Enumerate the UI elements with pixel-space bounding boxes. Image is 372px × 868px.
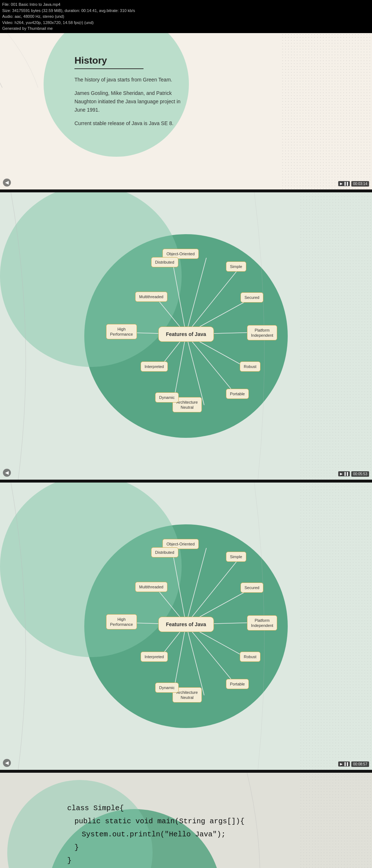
code-line5: } [67,854,372,867]
playback-bar-1: ▶ ▐▐ 00:03:14 [338,181,369,187]
back-button-3[interactable]: ◀ [3,759,11,767]
history-text1: The history of java starts from Green Te… [74,76,189,84]
node-interpreted-1: Interpreted [141,361,168,372]
node-multithreaded-2: Multithreaded [135,582,167,592]
node-simple-2: Simple [226,552,246,562]
svg-line-0 [186,258,206,334]
back-button-1[interactable]: ◀ [3,179,11,187]
playback-bar-3: ▶ ▐▐ 00:08:57 [338,761,369,767]
diagram-2: Features of Java Object-Oriented Simple … [84,523,288,726]
back-button-2[interactable]: ◀ [3,469,11,477]
dotted-2 [299,483,372,770]
dotted-1 [299,192,372,480]
node-dynamic-2: Dynamic [155,683,179,693]
diagram-center-label-2: Features of Java [158,617,214,632]
code-line1: class Simple{ [67,802,372,815]
history-title: History [74,55,189,66]
slide-features-2: Features of Java Object-Oriented Simple … [0,483,372,770]
separator-3 [0,770,372,773]
node-high-perf-1: HighPerformance [106,324,137,340]
svg-line-18 [186,624,204,695]
code-content: class Simple{ public static void main(St… [0,773,372,867]
svg-line-17 [186,624,237,686]
code-line4: } [67,841,372,854]
svg-line-23 [173,556,186,624]
slide-features-1: Features of Java Object-Oriented Simple … [0,192,372,480]
code-line2: public static void main(String args[]){ [67,815,372,828]
diagram-center-label-1: Features of Java [158,327,214,342]
play-pause-button-1[interactable]: ▶ ▐▐ [338,181,350,186]
info-line3: Audio: aac, 48000 Hz, stereo (und) [2,13,370,20]
timestamp-3: 00:08:57 [351,761,369,767]
node-multithreaded-1: Multithreaded [135,292,167,302]
node-distributed-2: Distributed [151,547,178,557]
slide-history: History The history of java starts from … [0,33,372,189]
play-pause-button-3[interactable]: ▶ ▐▐ [338,761,350,767]
node-simple-1: Simple [226,261,246,272]
node-robust-2: Robust [240,652,260,662]
history-text2: James Gosling, Mike Sheridan, and Patric… [74,89,189,114]
info-line4: Video: h264, yuv420p, 1280x720, 14.58 fp… [2,20,370,26]
timestamp-2: 00:05:53 [351,471,369,477]
slide-code: class Simple{ public static void main(St… [0,773,372,868]
playback-bar-2: ▶ ▐▐ 00:05:53 [338,471,369,477]
timestamp-1: 00:03:14 [351,181,369,187]
svg-line-11 [173,266,186,334]
svg-line-6 [186,334,204,405]
dotted-texture [281,33,372,189]
node-portable-2: Portable [226,679,249,689]
svg-line-12 [186,548,206,624]
node-platform-2: PlatformIndependent [247,615,277,631]
info-line2: Size: 34175591 bytes (32.59 MiB), durati… [2,8,370,14]
node-high-perf-2: HighPerformance [106,614,137,630]
node-distributed-1: Distributed [151,257,178,267]
node-dynamic-1: Dynamic [155,392,179,403]
history-text3: Current stable release of Java is Java S… [74,119,189,128]
separator-1 [0,189,372,192]
history-content: History The history of java starts from … [0,33,189,128]
svg-line-1 [186,269,239,334]
separator-2 [0,480,372,483]
history-underline [74,68,143,69]
svg-line-5 [186,334,237,396]
node-secured-1: Secured [240,292,263,303]
node-robust-1: Robust [240,361,260,372]
node-interpreted-2: Interpreted [141,652,168,662]
node-platform-1: PlatformIndependent [247,325,277,341]
play-pause-button-2[interactable]: ▶ ▐▐ [338,471,350,476]
info-line5: Generated by Thumbnail me [2,25,370,32]
svg-line-13 [186,559,239,624]
info-line1: File: 001 Basic Intro to Java.mp4 [2,1,370,8]
node-secured-2: Secured [240,583,263,593]
code-text: class Simple{ public static void main(St… [67,802,372,867]
code-line3: System.out.println("Hello Java"); [67,828,372,841]
node-portable-1: Portable [226,389,249,399]
diagram-1: Features of Java Object-Oriented Simple … [84,232,288,436]
info-bar: File: 001 Basic Intro to Java.mp4 Size: … [0,0,372,33]
